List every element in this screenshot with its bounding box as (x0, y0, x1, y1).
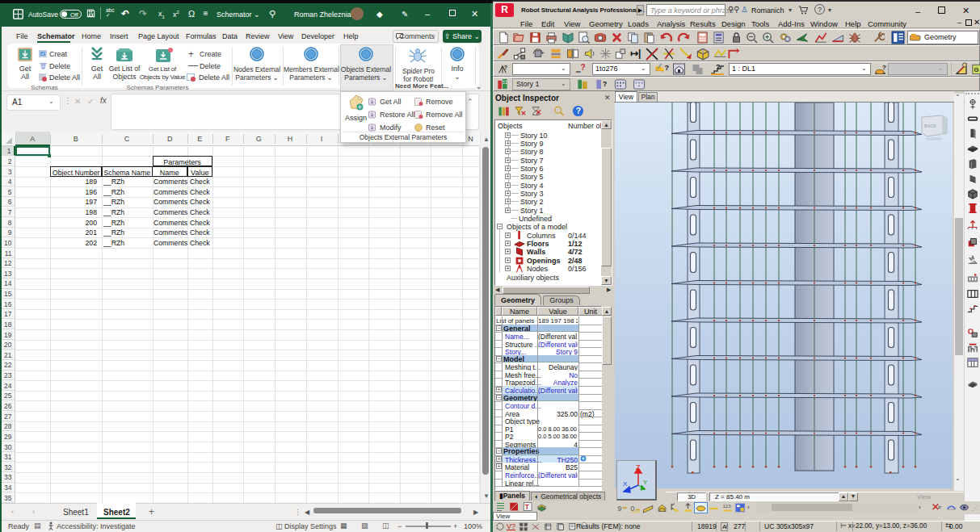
svg-text:X: X (623, 480, 628, 488)
svg-text:?: ? (716, 63, 721, 71)
svg-text:T: T (525, 504, 529, 511)
svg-text:123: 123 (722, 503, 731, 509)
svg-text:BACK: BACK (924, 124, 936, 128)
svg-text:Y: Y (643, 479, 648, 486)
svg-text:9: 9 (617, 505, 621, 513)
svg-text:?: ? (576, 107, 581, 115)
svg-text:?: ? (504, 65, 507, 70)
svg-text:0: 0 (631, 505, 635, 513)
svg-text:?: ? (882, 64, 886, 71)
svg-text:Z: Z (636, 463, 641, 471)
svg-text:?: ? (603, 80, 607, 88)
svg-text:G: G (974, 66, 979, 73)
